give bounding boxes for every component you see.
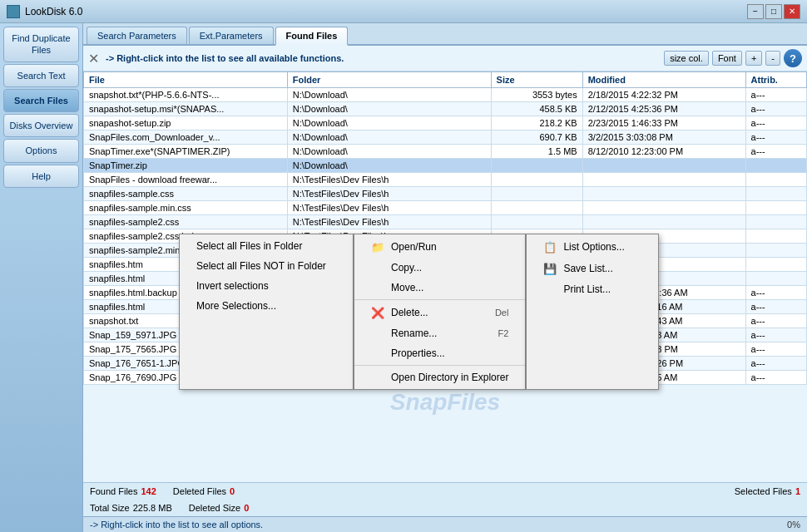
cell-folder: N:\Download\ [287,159,491,173]
cell-size: 1.5 MB [491,145,582,159]
table-row[interactable]: SnapFiles - download freewar...N:\TestFi… [84,173,807,187]
table-row[interactable]: SnapTimer.exe*(SNAPTIMER.ZIP)N:\Download… [84,145,807,159]
status-bar-2: Total Size 225.8 MB Deleted Size 0 [83,500,807,516]
found-files-label: Found Files [90,486,137,496]
toolbar-hint: -> Right-click into the list to see all … [106,53,661,63]
size-col-button[interactable]: size col. [664,51,709,66]
table-row[interactable]: SnapFiles.com_Downloader_v...N:\Download… [84,131,807,145]
help-button[interactable]: ? [784,49,802,67]
col-header-folder[interactable]: Folder [287,72,491,88]
title-bar: LookDisk 6.0 − □ ✕ [0,0,807,23]
font-minus-button[interactable]: - [765,51,780,66]
file-list-container: File Folder Size Modified Attrib. snapsh… [83,71,807,482]
col-header-attrib[interactable]: Attrib. [745,72,806,88]
menu-list-options[interactable]: 📋 List Options... [527,236,658,258]
cell-file: SnapTimer.zip [84,159,288,173]
sidebar-item-search-text[interactable]: Search Text [3,64,79,87]
status-total-size: Total Size 225.8 MB [90,503,172,513]
close-button[interactable]: ✕ [784,4,800,19]
tab-found-files[interactable]: Found Files [275,27,349,46]
found-files-value: 142 [141,486,156,496]
cell-attrib: a--- [745,300,806,314]
status-selected-files: Selected Files 1 [735,486,800,496]
font-button[interactable]: Font [712,51,742,66]
content-area: Search Parameters Ext.Parameters Found F… [83,23,807,532]
cell-size [491,187,582,201]
table-row[interactable]: snapashot-setup.msi*(SNAPAS...N:\Downloa… [84,102,807,116]
menu-properties[interactable]: Properties... [354,343,525,363]
col-header-size[interactable]: Size [491,72,582,88]
maximize-button[interactable]: □ [765,4,782,19]
cell-attrib [745,272,806,286]
selected-files-value: 1 [795,486,800,496]
close-panel-button[interactable]: ✕ [88,51,99,66]
cell-file: SnapFiles.com_Downloader_v... [84,131,288,145]
cell-modified [582,215,745,229]
cell-modified [582,201,745,215]
bottom-hint: -> Right-click into the list to see all … [90,520,787,530]
menu-open-run[interactable]: 📁 Open/Run [354,236,525,258]
selected-files-label: Selected Files [735,486,792,496]
menu-invert-selections[interactable]: Invert selections [180,276,353,296]
sidebar-item-disks-overview[interactable]: Disks Overview [3,114,79,137]
bottom-bar: -> Right-click into the list to see all … [83,516,807,532]
app-body: Find Duplicate Files Search Text Search … [0,23,807,532]
minimize-button[interactable]: − [747,4,764,19]
deleted-files-value: 0 [230,486,235,496]
menu-select-all-folder[interactable]: Select all Files in Folder [180,236,353,256]
cell-size: 218.2 KB [491,116,582,131]
cell-file: snapshot.txt*(PHP-5.6.6-NTS-... [84,88,288,102]
cell-size: 3553 bytes [491,88,582,102]
tab-ext-parameters[interactable]: Ext.Parameters [189,27,274,44]
cell-attrib [745,201,806,215]
tab-search-parameters[interactable]: Search Parameters [87,27,187,44]
table-row[interactable]: snapfiles-sample2.cssN:\TestFiles\Dev Fi… [84,215,807,229]
cell-attrib: a--- [745,328,806,342]
table-row[interactable]: SnapTimer.zipN:\Download\ [84,159,807,173]
cell-attrib [745,215,806,229]
context-menu-overlay: Select all Files in Folder Select all Fi… [179,234,659,390]
table-row[interactable]: snapfiles-sample.min.cssN:\TestFiles\Dev… [84,201,807,215]
save-list-icon: 💾 [543,262,557,275]
cell-file: snapfiles-sample.min.css [84,201,288,215]
cell-file: snapashot-setup.zip [84,116,288,131]
cell-attrib: a--- [745,131,806,145]
cell-file: snapfiles-sample.css [84,187,288,201]
cell-size: 690.7 KB [491,131,582,145]
cell-size: 458.5 KB [491,102,582,116]
cell-file: SnapFiles - download freewar... [84,173,288,187]
cell-attrib: a--- [745,88,806,102]
menu-copy[interactable]: Copy... [354,258,525,278]
cell-file: snapfiles-sample2.css [84,215,288,229]
cell-modified: 8/12/2010 12:23:00 PM [582,145,745,159]
col-header-file[interactable]: File [84,72,288,88]
sidebar-item-help[interactable]: Help [3,165,79,188]
table-row[interactable]: snapfiles-sample.cssN:\TestFiles\Dev Fil… [84,187,807,201]
font-plus-button[interactable]: + [745,51,762,66]
sidebar: Find Duplicate Files Search Text Search … [0,23,83,532]
context-menu-secondary: 📋 List Options... 💾 Save List... Print L… [526,234,659,390]
menu-save-list[interactable]: 💾 Save List... [527,258,658,279]
sidebar-item-options[interactable]: Options [3,139,79,162]
table-row[interactable]: snapashot-setup.zipN:\Download\218.2 KB2… [84,116,807,131]
menu-move[interactable]: Move... [354,278,525,298]
tab-bar: Search Parameters Ext.Parameters Found F… [83,23,807,46]
sidebar-item-search-files[interactable]: Search Files [3,89,79,112]
col-header-modified[interactable]: Modified [582,72,745,88]
menu-rename[interactable]: Rename... F2 [354,323,525,343]
sidebar-item-find-duplicate[interactable]: Find Duplicate Files [3,27,79,62]
menu-print-list[interactable]: Print List... [527,279,658,299]
menu-more-selections[interactable]: More Selections... [180,296,353,316]
deleted-size-value: 0 [244,503,249,513]
app-icon [7,5,20,18]
cell-attrib: a--- [745,342,806,357]
menu-open-directory[interactable]: Open Directory in Explorer [354,367,525,387]
menu-select-not-folder[interactable]: Select all Files NOT in Folder [180,256,353,276]
cell-attrib: a--- [745,145,806,159]
table-row[interactable]: snapshot.txt*(PHP-5.6.6-NTS-...N:\Downlo… [84,88,807,102]
menu-delete[interactable]: ❌ Delete... Del [354,302,525,323]
menu-sep-2 [354,365,525,366]
total-size-value: 225.8 MB [133,503,172,513]
cell-folder: N:\Download\ [287,116,491,131]
cell-attrib: a--- [745,286,806,300]
